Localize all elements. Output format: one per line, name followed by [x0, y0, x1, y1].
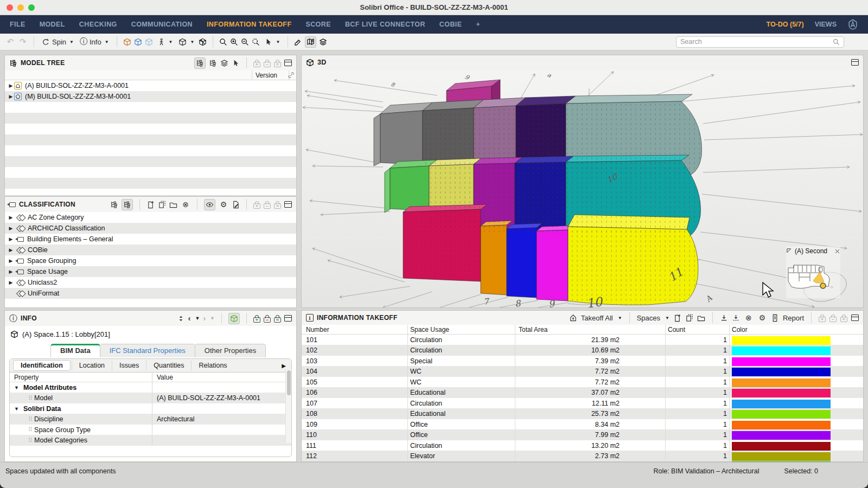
drag-handle-icon[interactable]: ⠿ — [28, 416, 31, 423]
basket-remove-icon[interactable]: − — [829, 317, 837, 322]
copy-classification-icon[interactable] — [158, 201, 166, 209]
takeoff-row[interactable]: 108 Educational 25.73 m2 1 — [302, 409, 863, 420]
column-color[interactable]: Color — [732, 326, 748, 333]
classification-row[interactable]: ▶ Space Grouping — [5, 255, 296, 266]
spaces-dropdown[interactable]: Spaces — [637, 314, 660, 322]
settings-gear-icon[interactable]: ⚙ — [219, 200, 228, 209]
property-grid-scrollbar[interactable] — [285, 369, 291, 443]
selection-basket-button[interactable] — [228, 313, 240, 324]
new-takeoff-icon[interactable] — [673, 314, 681, 322]
takeoff-all-button[interactable]: Takeoff All — [581, 314, 613, 322]
expand-arrow-icon[interactable]: ▶ — [8, 280, 14, 285]
basket-add-icon[interactable]: + — [253, 317, 260, 323]
expand-arrow-icon[interactable]: ▶ — [8, 83, 14, 88]
navigation-home-icon[interactable] — [847, 19, 858, 30]
classification-row[interactable]: ▶ Uniclass2 — [5, 277, 296, 288]
import-values-icon[interactable] — [732, 314, 740, 322]
panel-layout-icon[interactable] — [284, 315, 292, 322]
cube-blue-icon[interactable] — [134, 38, 142, 46]
takeoff-row[interactable]: 102 Circulation 10.69 m2 1 — [302, 345, 863, 356]
expand-arrow-icon[interactable]: ▶ — [8, 247, 14, 253]
menu-item[interactable]: COBIE — [439, 21, 462, 28]
zoom-tool-icon[interactable] — [219, 38, 227, 46]
copy-takeoff-icon[interactable] — [685, 314, 693, 322]
camera-position-icon[interactable] — [820, 283, 826, 288]
basket-remove-icon[interactable]: − — [264, 62, 271, 67]
expand-arrow-icon[interactable]: ▶ — [8, 236, 14, 242]
floorplan-overlay[interactable]: (A) Second — [786, 246, 840, 298]
takeoff-row[interactable]: 101 Circulation 21.39 m2 1 — [302, 335, 863, 345]
property-column-label[interactable]: Property — [10, 374, 152, 381]
info-subtab[interactable]: Relations — [191, 361, 234, 370]
expand-arrow-icon[interactable]: ▶ — [8, 269, 14, 274]
expand-arrow-icon[interactable]: ▶ — [8, 215, 14, 220]
classification-row[interactable]: ▶ COBie — [5, 245, 296, 255]
tree-list-icon[interactable] — [209, 59, 217, 67]
takeoff-row[interactable]: 105 WC 7.72 m2 1 — [302, 377, 863, 388]
property-row[interactable]: ▼ ⠿ Solibri Data — [10, 403, 291, 414]
classification-row[interactable]: ▶ UniFormat — [5, 288, 296, 299]
section-box-icon[interactable] — [199, 38, 207, 46]
tree-pick-icon[interactable] — [232, 59, 240, 67]
takeoff-row[interactable]: 106 Educational 37.07 m2 1 — [302, 388, 863, 399]
menu-item[interactable]: INFORMATION TAKEOFF — [207, 21, 291, 28]
cube-ghost-icon[interactable] — [145, 38, 153, 46]
search-input[interactable] — [680, 38, 829, 46]
menu-item[interactable]: MODEL — [40, 21, 65, 28]
info-subtab[interactable]: Location — [72, 361, 112, 370]
basket-remove-icon[interactable]: − — [264, 317, 271, 323]
menu-item[interactable]: FILE — [10, 21, 25, 28]
new-classification-icon[interactable] — [146, 201, 155, 209]
property-row[interactable]: ▼ ⠿ Model (A) BUILD-SOL-ZZ-ZZ-M3-A-0001 — [10, 393, 291, 404]
basket-set-icon[interactable]: = — [274, 62, 281, 67]
history-forward-caret-icon[interactable]: ▼ — [210, 316, 215, 321]
menu-item[interactable]: BCF LIVE CONNECTOR — [345, 21, 425, 28]
menu-item[interactable]: SCORE — [305, 21, 330, 28]
close-window-button[interactable] — [7, 4, 13, 11]
info-tab[interactable]: Other Properties — [195, 344, 266, 357]
views-button[interactable]: VIEWS — [815, 21, 837, 28]
property-row[interactable]: ▼ ⠿ Model Categories — [10, 435, 291, 446]
menu-item[interactable]: CHECKING — [79, 21, 117, 28]
cube-orange-icon[interactable] — [123, 38, 131, 46]
edit-classification-icon[interactable] — [232, 201, 240, 209]
column-count[interactable]: Count — [668, 326, 685, 333]
drag-handle-icon[interactable]: ⠿ — [28, 437, 31, 444]
panel-layout-icon[interactable] — [284, 201, 292, 208]
panel-layout-icon[interactable] — [851, 314, 859, 321]
history-back-caret-icon[interactable]: ▼ — [195, 316, 200, 321]
walk-tool-button[interactable]: ▼ — [156, 37, 175, 47]
undo-icon[interactable]: ↶ — [5, 37, 15, 47]
takeoff-row[interactable]: 110 Office 7.99 m2 1 — [302, 430, 863, 441]
drag-handle-icon[interactable]: ⠿ — [28, 426, 31, 433]
tree-list-button[interactable] — [122, 199, 133, 210]
basket-set-icon[interactable]: = — [840, 317, 847, 322]
pick-tool-button[interactable]: ▼ — [263, 37, 282, 47]
version-column-label[interactable]: Version — [256, 72, 277, 79]
expand-arrow-icon[interactable]: ▶ — [8, 226, 14, 231]
zoom-window-button[interactable] — [28, 4, 35, 11]
basket-add-icon[interactable]: + — [253, 62, 260, 67]
info-tool-button[interactable]: ⓘ Info ▼ — [78, 36, 111, 48]
menu-item[interactable]: + — [476, 21, 480, 28]
forward-arrow-icon[interactable]: › — [203, 314, 206, 323]
takeoff-row[interactable]: 103 Special 7.39 m2 1 — [302, 356, 863, 367]
back-arrow-icon[interactable]: ‹ — [188, 314, 191, 323]
visibility-button[interactable] — [204, 199, 215, 210]
tree-view-button[interactable] — [194, 57, 206, 69]
import-icon[interactable] — [720, 314, 728, 322]
zoom-in-icon[interactable] — [230, 38, 238, 46]
caret-down-icon[interactable]: ▼ — [618, 316, 622, 320]
info-subtab[interactable]: Quantities — [146, 361, 191, 370]
property-row[interactable]: ▼ ⠿ Discipline Architectural — [10, 414, 291, 425]
info-subtab[interactable]: Identification — [13, 360, 71, 371]
layers-icon[interactable] — [319, 38, 327, 46]
takeoff-row[interactable]: 111 Circulation 13.20 m2 1 — [302, 440, 863, 451]
model-tree-row[interactable]: ▶ (A) BUILD-SOL-ZZ-ZZ-M3-A-0001 — [5, 80, 296, 91]
remove-takeoff-icon[interactable]: ⊗ — [744, 313, 754, 322]
basket-add-icon[interactable]: + — [253, 203, 260, 209]
caret-down-icon[interactable]: ▼ — [665, 316, 669, 320]
viewport-canvas[interactable]: 789101110A9a8 (A) Second — [302, 69, 863, 307]
settings-gear-icon[interactable]: ⚙ — [757, 313, 767, 322]
collapse-arrow-icon[interactable]: ▼ — [14, 385, 21, 390]
